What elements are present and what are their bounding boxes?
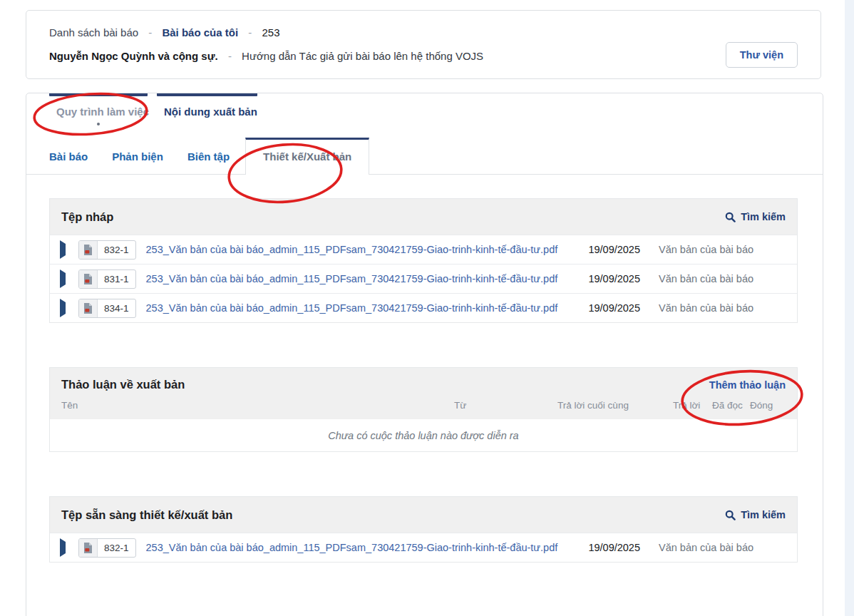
triangle-right-icon [60,270,66,288]
discussions-header: Thảo luận về xuất bản Thêm thảo luận Tên… [50,368,797,419]
expand-row-toggle[interactable] [60,302,70,314]
tab-workflow-dot [97,123,100,125]
breadcrumb-separator: - [228,50,232,62]
file-id-badge: 832-1 [78,538,136,558]
pdf-file-icon [79,539,98,557]
submission-title: Hướng dẫn Tác giả gửi bài báo lên hệ thố… [242,50,483,62]
file-id: 831-1 [98,274,135,284]
library-button[interactable]: Thư viện [726,42,798,68]
file-date: 19/09/2025 [575,302,640,314]
discussions-empty-message: Chưa có cuộc thảo luận nào được diễn ra [50,419,797,451]
breadcrumb: Danh sách bài báo - Bài báo của tôi - 25… [49,26,798,40]
tab-workflow-label: Quy trình làm việc [49,96,148,118]
pdf-file-icon [79,299,98,317]
tab-publication[interactable]: Nội dung xuất bản [157,93,257,125]
stage-tabs: Bài báo Phản biện Biên tập Thiết kế/Xuất… [26,138,823,175]
discussions-column-headers: Tên Từ Trả lời cuối cùng Trả lời Đã đọc … [61,391,786,419]
pdf-file-icon [79,241,98,259]
expand-row-toggle[interactable] [60,273,70,284]
expand-row-toggle[interactable] [60,244,70,255]
production-ready-search-button[interactable]: Tìm kiếm [725,509,786,520]
triangle-right-icon [60,299,66,317]
file-row: 831-1 253_Văn bản của bài báo_admin_115_… [50,264,797,293]
file-name-link[interactable]: 253_Văn bản của bài báo_admin_115_PDFsam… [146,273,575,284]
workflow-card: Quy trình làm việc Nội dung xuất bản Bài… [26,93,823,616]
file-date: 19/09/2025 [575,244,640,255]
tab-workflow[interactable]: Quy trình làm việc [49,93,148,125]
draft-files-title: Tệp nháp [61,210,113,224]
breadcrumb-card: Danh sách bài báo - Bài báo của tôi - 25… [26,10,821,79]
breadcrumb-link-my-articles[interactable]: Bài báo của tôi [162,26,238,38]
draft-files-search-button[interactable]: Tìm kiếm [725,211,786,222]
file-id: 832-1 [98,543,135,553]
submission-id: 253 [262,26,279,38]
search-label: Tìm kiếm [741,211,786,222]
breadcrumb-link-submissions[interactable]: Danh sách bài báo [49,26,138,38]
page-right-gutter [845,0,854,616]
file-row: 834-1 253_Văn bản của bài báo_admin_115_… [50,293,797,322]
submission-workflow-page: Danh sách bài báo - Bài báo của tôi - 25… [0,0,854,616]
production-ready-panel: Tệp sẵn sàng thiết kế/xuất bản Tìm kiếm [49,496,798,563]
file-row: 832-1 253_Văn bản của bài báo_admin_115_… [50,235,797,264]
file-type-label: Văn bản của bài báo [659,244,787,255]
production-ready-list: 832-1 253_Văn bản của bài báo_admin_115_… [50,533,797,562]
column-last-reply: Trả lời cuối cùng [557,400,673,411]
search-icon [725,212,736,222]
column-closed: Đóng [750,400,786,411]
discussions-title: Thảo luận về xuất bản [61,378,185,391]
submission-heading: Nguyễn Ngọc Quỳnh và cộng sự. - Hướng dẫ… [49,49,798,63]
expand-row-toggle[interactable] [60,542,70,553]
file-name-link[interactable]: 253_Văn bản của bài báo_admin_115_PDFsam… [146,542,575,553]
file-id: 834-1 [98,303,135,314]
column-from: Từ [454,400,557,411]
production-ready-header: Tệp sẵn sàng thiết kế/xuất bản Tìm kiếm [50,497,797,533]
file-date: 19/09/2025 [575,273,640,284]
discussions-panel: Thảo luận về xuất bản Thêm thảo luận Tên… [49,367,798,452]
column-read: Đã đọc [712,400,750,411]
production-ready-title: Tệp sẵn sàng thiết kế/xuất bản [61,508,232,522]
tab-stage-submission[interactable]: Bài báo [49,138,88,174]
breadcrumb-separator: - [248,26,252,38]
draft-files-panel: Tệp nháp Tìm kiếm [49,198,798,323]
pdf-file-icon [79,270,98,288]
stage-content: Tệp nháp Tìm kiếm [26,175,823,563]
file-name-link[interactable]: 253_Văn bản của bài báo_admin_115_PDFsam… [146,244,575,255]
main-tabs: Quy trình làm việc Nội dung xuất bản [26,93,823,125]
file-date: 19/09/2025 [575,542,640,553]
file-id-badge: 831-1 [78,270,136,289]
add-discussion-button[interactable]: Thêm thảo luận [709,379,786,391]
draft-files-list: 832-1 253_Văn bản của bài báo_admin_115_… [50,235,797,322]
tab-stage-production[interactable]: Thiết kế/Xuất bản [245,138,369,175]
tab-stage-review[interactable]: Phản biện [112,138,163,174]
file-row: 832-1 253_Văn bản của bài báo_admin_115_… [50,533,797,562]
breadcrumb-separator: - [148,26,152,38]
file-type-label: Văn bản của bài báo [659,273,787,284]
file-name-link[interactable]: 253_Văn bản của bài báo_admin_115_PDFsam… [146,302,575,314]
search-icon [725,510,736,520]
draft-files-header: Tệp nháp Tìm kiếm [50,199,797,235]
file-id-badge: 834-1 [78,299,136,318]
search-label: Tìm kiếm [741,509,786,520]
column-name: Tên [61,400,454,411]
triangle-right-icon [60,240,66,259]
tab-stage-copyediting[interactable]: Biên tập [187,138,230,174]
file-type-label: Văn bản của bài báo [659,302,787,314]
submission-authors: Nguyễn Ngọc Quỳnh và cộng sự. [49,50,218,62]
triangle-right-icon [60,538,66,557]
tab-publication-label: Nội dung xuất bản [157,96,257,118]
file-id-badge: 832-1 [78,240,136,260]
file-id: 832-1 [98,245,135,255]
column-replies: Trả lời [673,400,712,411]
file-type-label: Văn bản của bài báo [659,542,787,553]
